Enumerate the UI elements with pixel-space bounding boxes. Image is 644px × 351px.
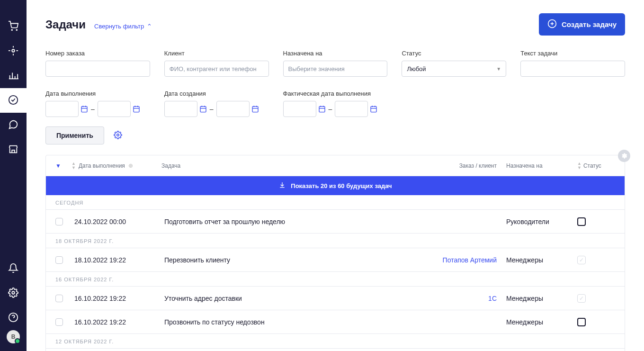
actual-date-to[interactable] xyxy=(335,101,368,117)
th-status[interactable]: ▲▼ Статус xyxy=(577,162,615,170)
filter-label: Дата выполнения xyxy=(45,90,150,97)
actual-date-from[interactable] xyxy=(283,101,316,117)
chevron-down-icon: ▼ xyxy=(496,66,501,72)
table-row[interactable]: 12.10.2022 19:22Общее совещаниеРуководит… xyxy=(46,349,625,351)
avatar-initial: В xyxy=(11,333,16,340)
create-task-button[interactable]: Создать задачу xyxy=(539,13,625,36)
main-content: Задачи Свернуть фильтр ⌃ Создать задачу … xyxy=(27,0,644,351)
row-checkbox[interactable] xyxy=(55,318,63,326)
calendar-icon[interactable] xyxy=(318,105,326,113)
tasks-table: ▼ ▲▼ Дата выполнения Задача Заказ / клие… xyxy=(45,155,625,351)
apply-button[interactable]: Применить xyxy=(45,126,104,144)
group-label: 16 ОКТЯБРЯ 2022 Г. xyxy=(46,272,625,287)
task-text-input[interactable] xyxy=(520,61,625,77)
nav-analytics[interactable] xyxy=(0,63,27,88)
table-row[interactable]: 18.10.2022 19:22Перезвонить клиентуПотап… xyxy=(46,248,625,272)
sort-icon: ▲▼ xyxy=(72,162,76,170)
avatar[interactable]: В xyxy=(7,330,20,343)
row-checkbox[interactable] xyxy=(55,295,63,302)
calendar-icon[interactable] xyxy=(133,105,140,113)
row-client[interactable]: Потапов Артемий xyxy=(426,256,506,264)
status-select[interactable]: Любой ▼ xyxy=(402,61,506,77)
row-task: Подготовить отчет за прошлую неделю xyxy=(164,218,426,225)
group-label: СЕГОДНЯ xyxy=(46,195,625,210)
svg-rect-27 xyxy=(200,107,206,112)
client-input[interactable] xyxy=(164,61,269,77)
status-done-icon[interactable]: ✓ xyxy=(577,256,586,264)
sort-caret-icon[interactable]: ▼ xyxy=(55,162,72,169)
th-assigned[interactable]: Назначена на xyxy=(506,162,577,169)
chart-icon xyxy=(8,70,18,82)
nav-store[interactable] xyxy=(0,137,27,162)
filter-label: Дата создания xyxy=(164,90,269,97)
nav-help[interactable] xyxy=(0,306,27,330)
created-date-from[interactable] xyxy=(164,101,197,117)
dash: – xyxy=(329,105,332,113)
group-label: 18 ОКТЯБРЯ 2022 Г. xyxy=(46,234,625,248)
order-number-input[interactable] xyxy=(45,61,150,77)
row-assigned: Менеджеры xyxy=(506,256,577,264)
due-date-to[interactable] xyxy=(98,101,131,117)
nav-chat[interactable] xyxy=(0,113,27,137)
status-checkbox[interactable] xyxy=(577,318,586,326)
dash: – xyxy=(210,105,214,113)
row-date: 18.10.2022 19:22 xyxy=(74,256,164,264)
status-value: Любой xyxy=(407,65,426,72)
row-assigned: Менеджеры xyxy=(506,318,577,326)
row-date: 16.10.2022 19:22 xyxy=(74,295,164,302)
gear-icon xyxy=(8,288,18,299)
row-checkbox[interactable] xyxy=(55,256,63,264)
svg-rect-35 xyxy=(319,107,325,112)
column-settings-icon[interactable] xyxy=(128,163,134,169)
status-checkbox[interactable] xyxy=(577,217,586,226)
cart-icon xyxy=(8,21,18,33)
row-checkbox[interactable] xyxy=(55,218,63,225)
nav-settings[interactable] xyxy=(0,281,27,306)
calendar-icon[interactable] xyxy=(370,105,377,113)
calendar-icon[interactable] xyxy=(80,105,88,113)
row-assigned: Руководители xyxy=(506,218,577,225)
calendar-icon[interactable] xyxy=(199,105,207,113)
status-done-icon[interactable]: ✓ xyxy=(577,294,586,303)
row-client[interactable]: 1C xyxy=(426,295,506,302)
row-date: 16.10.2022 19:22 xyxy=(74,318,164,326)
create-task-label: Создать задачу xyxy=(562,20,617,28)
collapse-filter-toggle[interactable]: Свернуть фильтр ⌃ xyxy=(94,23,152,30)
assigned-to-select[interactable]: Выберите значения xyxy=(283,61,388,77)
due-date-from[interactable] xyxy=(45,101,79,117)
group-label: 12 ОКТЯБРЯ 2022 Г. xyxy=(46,334,625,349)
filter-actual-date: Фактическая дата выполнения – xyxy=(283,90,388,117)
assigned-placeholder: Выберите значения xyxy=(288,65,345,72)
table-row[interactable]: 16.10.2022 19:22Уточнить адрес доставки1… xyxy=(46,287,625,310)
table-row[interactable]: 16.10.2022 19:22Прозвонить по статусу не… xyxy=(46,310,625,334)
filter-status: Статус Любой ▼ xyxy=(402,50,506,77)
table-settings-button[interactable] xyxy=(618,150,630,162)
row-task: Прозвонить по статусу недозвон xyxy=(164,318,426,326)
store-icon xyxy=(8,144,18,156)
th-client[interactable]: Заказ / клиент xyxy=(426,162,506,169)
th-task[interactable]: Задача xyxy=(161,162,426,169)
check-circle-icon xyxy=(8,95,18,107)
collapse-filter-label: Свернуть фильтр xyxy=(94,23,144,30)
chat-icon xyxy=(8,119,18,131)
svg-rect-19 xyxy=(81,107,87,112)
nav-notifications[interactable] xyxy=(0,256,27,281)
future-bar-label: Показать 20 из 60 будущих задач xyxy=(291,182,392,189)
th-date[interactable]: ▲▼ Дата выполнения xyxy=(72,162,161,170)
filter-order-number: Номер заказа xyxy=(45,50,150,77)
filter-created-date: Дата создания – xyxy=(164,90,269,117)
filter-label: Назначена на xyxy=(283,50,388,57)
table-row[interactable]: 24.10.2022 00:00Подготовить отчет за про… xyxy=(46,210,625,234)
nav-target[interactable] xyxy=(0,39,27,63)
show-future-tasks-button[interactable]: Показать 20 из 60 будущих задач xyxy=(46,176,625,195)
nav-cart[interactable] xyxy=(0,14,27,39)
plus-circle-icon xyxy=(547,19,557,30)
th-status-label: Статус xyxy=(583,162,601,169)
nav-tasks[interactable] xyxy=(0,88,27,113)
filter-settings-icon[interactable] xyxy=(114,131,122,141)
calendar-icon[interactable] xyxy=(251,105,259,113)
table-header: ▼ ▲▼ Дата выполнения Задача Заказ / клие… xyxy=(46,155,625,176)
created-date-to[interactable] xyxy=(216,101,250,117)
row-task: Перезвонить клиенту xyxy=(164,256,426,264)
row-assigned: Менеджеры xyxy=(506,295,577,302)
